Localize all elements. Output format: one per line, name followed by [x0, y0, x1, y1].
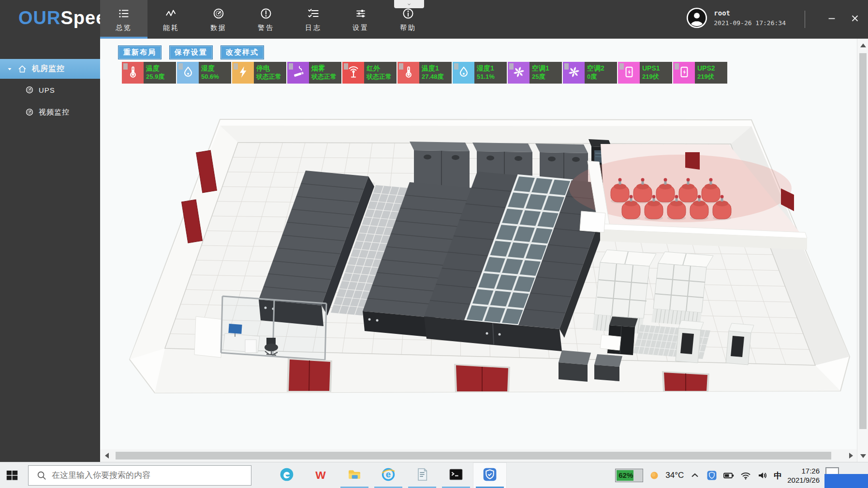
edge-icon	[279, 467, 294, 484]
sensor-badge[interactable]: 空调2 0度	[563, 62, 617, 84]
scroll-right-arrow[interactable]	[849, 453, 853, 459]
sidebar: 机房监控 UPS 视频监控	[0, 39, 100, 462]
sensor-value: 25度	[532, 72, 562, 81]
close-icon	[850, 13, 860, 26]
home-icon	[17, 64, 27, 74]
activity-icon	[165, 7, 177, 20]
sensor-value: 51.1%	[477, 72, 507, 81]
close-button[interactable]	[848, 13, 862, 26]
user-block[interactable]: root 2021-09-26 17:26:34	[686, 7, 786, 29]
taskbar-clock[interactable]: 17:26 2021/9/26	[787, 466, 820, 485]
minimize-icon	[826, 13, 837, 26]
nav-tab[interactable]: 警告	[242, 0, 290, 39]
nav-tab[interactable]: 数据	[195, 0, 242, 39]
taskbar-app[interactable]: e	[371, 462, 405, 488]
nav-tab[interactable]: 总览	[100, 0, 147, 39]
taskbar-app[interactable]	[338, 462, 371, 488]
horizontal-scrollbar[interactable]	[100, 449, 857, 462]
lightning-icon	[236, 65, 250, 81]
user-name: root	[714, 9, 786, 17]
nav-tab[interactable]: 设置	[337, 0, 384, 39]
sidebar-item[interactable]: 机房监控	[0, 59, 100, 79]
system-tray: 62% 34°C 中 17:26 2021/9/26	[615, 462, 820, 488]
sensor-value: 50.6%	[201, 72, 231, 81]
gauge-icon	[25, 108, 34, 116]
taskbar: W e 62% 34°C 中 17:26 2021/9/26	[0, 462, 868, 488]
sensor-label: 温度1	[422, 64, 452, 72]
sensor-badge[interactable]: 温度1 27.48度	[397, 62, 452, 84]
sidebar-item-label: 机房监控	[32, 64, 65, 74]
start-button[interactable]	[5, 468, 20, 483]
weather-icon[interactable]	[648, 470, 660, 481]
sensor-label: 湿度1	[477, 64, 507, 72]
sensor-badge[interactable]: 烟雾 状态正常	[287, 62, 341, 84]
monitor-app-icon	[482, 467, 498, 484]
header-collapse-tab[interactable]	[394, 0, 424, 8]
taskbar-app[interactable]: W	[304, 462, 338, 488]
battery-percent-badge[interactable]: 62%	[615, 469, 643, 482]
sensor-value: 状态正常	[256, 72, 286, 81]
weather-temperature[interactable]: 34°C	[665, 471, 684, 480]
taskbar-app[interactable]	[439, 462, 473, 488]
scroll-left-arrow[interactable]	[105, 453, 109, 459]
sensor-badge[interactable]: 空调1 25度	[508, 62, 562, 84]
vertical-scrollbar[interactable]	[857, 39, 868, 462]
logo-our: OUR	[18, 8, 60, 28]
toolbar-button[interactable]: 改变样式	[221, 45, 264, 59]
help-icon	[402, 7, 414, 20]
nav-tab[interactable]: 能耗	[147, 0, 195, 39]
smoke-icon	[292, 65, 305, 81]
battery-icon[interactable]	[723, 470, 735, 481]
notepad-icon	[414, 467, 430, 484]
content-area: 重新布局保存设置改变样式 温度 25.9度 湿度 50.6% 停电 状态正常	[100, 39, 857, 462]
scroll-down-arrow[interactable]	[860, 454, 866, 458]
sensor-badge[interactable]: UPS2 219伏	[673, 62, 727, 84]
sensor-value: 状态正常	[367, 72, 397, 81]
vertical-scroll-thumb[interactable]	[859, 53, 867, 429]
sensor-value: 状态正常	[311, 72, 341, 81]
battery-percent-label: 62%	[618, 471, 633, 479]
search-input[interactable]	[52, 471, 251, 480]
sensor-badge[interactable]: 湿度1 51.1%	[453, 62, 507, 84]
nav-tab[interactable]: 日志	[290, 0, 337, 39]
tray-expand-icon[interactable]	[689, 470, 701, 481]
ie-icon: e	[381, 467, 396, 484]
ime-indicator[interactable]: 中	[774, 470, 782, 481]
taskbar-search[interactable]	[28, 465, 251, 486]
battery-icon	[622, 65, 636, 81]
droplet-icon	[457, 65, 471, 81]
sensor-value: 219伏	[642, 72, 672, 81]
toolbar-button[interactable]: 重新布局	[118, 45, 162, 59]
horizontal-scroll-thumb[interactable]	[116, 452, 831, 459]
volume-icon[interactable]	[757, 470, 768, 481]
caret-down-icon	[7, 66, 13, 72]
sensor-badge[interactable]: 停电 状态正常	[232, 62, 286, 84]
sensor-value: 27.48度	[422, 72, 452, 81]
taskbar-app[interactable]	[405, 462, 439, 488]
sensor-badge[interactable]: 湿度 50.6%	[177, 62, 231, 84]
taskbar-app[interactable]	[473, 462, 507, 488]
taskbar-app[interactable]	[270, 462, 304, 488]
sensor-badge[interactable]: 红外 状态正常	[342, 62, 397, 84]
terminal-icon	[448, 467, 464, 484]
main-nav: 总览 能耗 数据 警告 日志 设置 帮助	[100, 0, 432, 39]
sensor-badge[interactable]: UPS1 219伏	[618, 62, 672, 84]
fire-suppression-room	[569, 144, 807, 250]
thermometer-icon	[402, 65, 415, 81]
minimize-button[interactable]	[824, 13, 839, 26]
nav-tab-label: 日志	[305, 24, 322, 32]
sensor-badge[interactable]: 温度 25.9度	[122, 62, 176, 84]
list-icon	[118, 7, 130, 20]
clock-date: 2021/9/26	[787, 475, 820, 485]
wifi-icon[interactable]	[740, 470, 751, 481]
sidebar-item[interactable]: 视频监控	[0, 101, 100, 123]
sidebar-item[interactable]: UPS	[0, 79, 100, 101]
wps-icon: W	[313, 467, 328, 484]
toolbar-button[interactable]: 保存设置	[169, 45, 213, 59]
sensor-label: 湿度	[201, 64, 231, 72]
infrared-icon	[347, 65, 360, 81]
scroll-up-arrow[interactable]	[860, 43, 866, 47]
svg-text:W: W	[315, 469, 326, 481]
search-icon	[36, 470, 47, 481]
security-tray-icon[interactable]	[706, 470, 718, 481]
